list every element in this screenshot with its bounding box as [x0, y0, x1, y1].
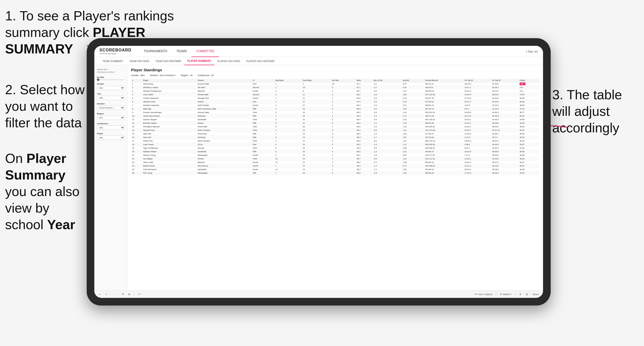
- col-no-rds: No. Rds.: [331, 79, 356, 82]
- table-row: 25Cole SherwoodVanderbiltFourth1223169.3…: [131, 168, 539, 171]
- sub-nav-team-summary[interactable]: TEAM SUMMARY: [99, 57, 126, 65]
- table-row: 11Gordon SargentVanderbiltThird421068.7-…: [131, 118, 539, 121]
- logo-area: SCOREBOARD Powered by clippa: [99, 48, 132, 55]
- gender-filter-display: Gender: Men: [131, 74, 145, 77]
- share-btn[interactable]: Share: [531, 293, 540, 296]
- col-vs-top-50: Vs Top 50: [491, 79, 519, 82]
- sep4: [515, 293, 516, 296]
- more-btn[interactable]: ⋯: [111, 293, 115, 296]
- col-wins: Wins: [356, 79, 372, 82]
- link-btn[interactable]: ⊞: [127, 293, 132, 296]
- division-filter-display: Division: NCAA Division I: [150, 74, 176, 77]
- table-row: 1Wenyi DingArizona StateFirst111567.1-3.…: [131, 82, 539, 86]
- tablet-screen: SCOREBOARD Powered by clippa TOURNAMENTS…: [94, 46, 543, 298]
- conference-select[interactable]: (All): [97, 126, 125, 130]
- gender-select[interactable]: Men Women: [97, 86, 125, 90]
- division-select[interactable]: NCAA Division I: [97, 106, 125, 110]
- table-row: 24Bastien AmatNew MexicoFourth127269.4-1…: [131, 164, 539, 168]
- logo-sub: Powered by clippa: [99, 52, 132, 55]
- region-select[interactable]: N/A All: [97, 116, 125, 120]
- undo-btn[interactable]: ↩: [97, 293, 102, 296]
- step4-instruction: On Player Summary you can also view by s…: [5, 150, 87, 233]
- sep3: [496, 293, 496, 296]
- table-row: 10Jacob Skov-OlesenArkansasFifth123168.4…: [131, 114, 539, 118]
- table-row: 9Preston SummerhaysArizona StateThird324…: [131, 111, 539, 114]
- year-filter: Year (All) First Second Third Fourth Fif…: [97, 93, 125, 100]
- nav-teams[interactable]: TEAMS: [172, 46, 191, 57]
- gender-filter: Gender Men Women: [97, 83, 125, 90]
- watch-btn[interactable]: 👁 Watch ▾: [499, 293, 513, 296]
- col-rank: #: [131, 79, 142, 82]
- table-row: 22Ian GilliganFloridaThird1024168.7-0.91…: [131, 157, 539, 161]
- sub-nav-player-summary[interactable]: PLAYER SUMMARY: [184, 57, 214, 65]
- table-row: 19Tiger ChristensenArizonaThird523269.2-…: [131, 146, 539, 150]
- table-row: 7Nicholas GabrelcikNorth FloridaFourth12…: [131, 104, 539, 107]
- col-vs-top-25: Vs Top 25: [463, 79, 491, 82]
- table-row: 8Mats EgeEast Tennessee StateFifth124268…: [131, 107, 539, 111]
- no-rds-section: No Rds.: [97, 76, 125, 80]
- col-player: Player: [142, 79, 197, 82]
- player-select[interactable]: (All): [97, 135, 125, 140]
- table-row: 3Michael ThorbjornsenStanfordFourth28168…: [131, 89, 539, 93]
- table-row: 5Christo LamprechtGeorgia TechFourth2212…: [131, 96, 539, 100]
- main-content: Update time: 27/03/2024 16:56:26 No Rds.…: [94, 65, 543, 290]
- redo-btn[interactable]: ↪: [104, 293, 109, 296]
- conference-filter: Conference (All): [97, 122, 125, 130]
- table-row: 17David FordNorth CarolinaThird421069.0-…: [131, 139, 539, 143]
- table-title: Player Standings: [131, 68, 539, 72]
- step2-instruction: 2. Select how you want to filter the dat…: [5, 81, 87, 131]
- table-row: 20Matthew RiedelVanderbiltFifth522069.8-…: [131, 150, 539, 154]
- sep2: [134, 293, 134, 296]
- conference-filter-display: Conference: All: [198, 74, 214, 77]
- sep1: [118, 293, 118, 296]
- sub-nav: TEAM SUMMARY TEAM H2H GRID TEAM H2H HEAT…: [94, 57, 543, 65]
- table-row: 18Luke PowellUCLAFirst424069.1-1.81.1350…: [131, 143, 539, 146]
- col-overall-record: Overall Record: [424, 79, 463, 82]
- export-btn[interactable]: ⬆: [518, 293, 523, 296]
- col-avg-sg: Avg SG: [402, 79, 424, 82]
- nav-committee[interactable]: COMMITTEE: [191, 46, 219, 57]
- bottom-toolbar: ↩ ↪ ⋯ ⧉ ⊞ ↺ 👁 View: Original 👁 Watch ▾ ⬆…: [94, 290, 543, 298]
- col-points: Points: [519, 79, 539, 82]
- year-select[interactable]: (All) First Second Third Fourth Fifth: [97, 96, 125, 100]
- copy-btn[interactable]: ⧉: [121, 292, 125, 296]
- main-nav: TOURNAMENTS TEAMS COMMITTEE: [139, 46, 526, 57]
- view-original-btn[interactable]: 👁 View: Original: [473, 293, 493, 296]
- nav-tournaments[interactable]: TOURNAMENTS: [139, 46, 172, 57]
- table-row: 14Maxwell FordNorth CarolinaThird323069.…: [131, 129, 539, 132]
- refresh-btn[interactable]: ↺: [137, 293, 141, 296]
- table-row: 4Luke ClatonFlorida StateSecond127268.2-…: [131, 93, 539, 96]
- table-row: 23Jack LundinMissouriFourth1124068.8-2.3…: [131, 161, 539, 164]
- region-filter: Region N/A All: [97, 113, 125, 120]
- sub-nav-team-h2h-grid[interactable]: TEAM H2H GRID: [126, 57, 152, 65]
- slider-handle[interactable]: [97, 78, 99, 81]
- sub-nav-player-h2h-heatmap[interactable]: PLAYER H2H HEATMAP: [243, 57, 278, 65]
- sub-nav-team-h2h-heatmap[interactable]: TEAM H2H HEATMAP: [152, 57, 184, 65]
- col-conf-rank: Conf Rank: [302, 79, 331, 82]
- update-time: Update time: 27/03/2024 16:56:26: [97, 68, 125, 74]
- table-row: 2Michael Le SassoOle MissSecond118067.1-…: [131, 86, 539, 89]
- col-yr: Yr: [252, 79, 274, 82]
- col-school: School: [197, 79, 252, 82]
- table-row: 15Jake HallTennesseeFifth718068.5-1.51.6…: [131, 132, 539, 136]
- table-row: 26Petr HrubyWashingtonFifth725068.6-1.81…: [131, 171, 539, 175]
- player-filter: Player (All): [97, 132, 125, 140]
- no-rds-slider[interactable]: [97, 79, 125, 80]
- standings-table: # Player School Yr Reg Rank Conf Rank No…: [131, 79, 539, 175]
- left-panel: Update time: 27/03/2024 16:56:26 No Rds.…: [94, 65, 127, 290]
- table-row: 16Alex GoffKentuckyFifth819068.3-1.71.92…: [131, 136, 539, 139]
- sub-nav-player-h2h-grid[interactable]: PLAYER H2H GRID: [214, 57, 243, 65]
- table-row: 13Phichakun MaichonTexas A&MThird630169.…: [131, 125, 539, 129]
- sign-out-link[interactable]: | Sign out: [526, 50, 538, 53]
- col-reg-rank: Reg Rank: [274, 79, 302, 82]
- filters-row: Gender: Men Division: NCAA Division I Re…: [131, 74, 539, 77]
- header-right: | Sign out: [526, 50, 538, 53]
- logo-text: SCOREBOARD: [99, 48, 132, 52]
- grid-btn[interactable]: ⊞: [525, 293, 529, 296]
- division-filter: Division NCAA Division I: [97, 103, 125, 110]
- table-row: 21Taehoon SongWashingtonFourth423169.1-1…: [131, 154, 539, 157]
- table-row: 6Jackson KoivuAuburnFirst127167.3-2.02.7…: [131, 100, 539, 104]
- col-adj-to-par: Adj. to Par: [372, 79, 402, 82]
- region-filter-display: Region: All: [181, 74, 192, 77]
- tablet-frame: SCOREBOARD Powered by clippa TOURNAMENTS…: [87, 38, 551, 306]
